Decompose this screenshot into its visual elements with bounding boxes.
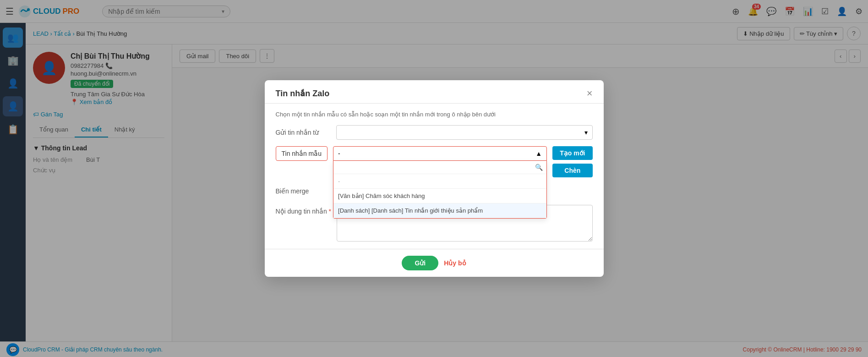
merge-label: Biến merge [276,187,331,195]
modal-overlay[interactable]: Tin nhắn Zalo × Chọn một tin nhắn mẫu có… [0,0,868,357]
zalo-message-modal: Tin nhắn Zalo × Chọn một tin nhắn mẫu có… [265,80,604,277]
content-label: Nội dung tin nhắn * [276,205,332,215]
modal-body: Chọn một tin nhắn mẫu có sẵn hoặc soạn m… [265,104,604,249]
template-section: Tin nhắn mẫu - ▲ 🔍 - [Văn bản] Chăm sóc … [276,146,593,177]
template-dropdown-wrapper: - ▲ 🔍 - [Văn bản] Chăm sóc khách hàng [D… [333,146,547,161]
template-dropdown-list: 🔍 - [Văn bản] Chăm sóc khách hàng [Danh … [333,161,547,219]
send-from-label: Gửi tin nhắn từ [276,129,331,136]
send-from-row: Gửi tin nhắn từ ▾ [276,125,593,140]
create-new-button[interactable]: Tạo mới [552,146,592,160]
dropdown-search-row: 🔍 [333,161,546,174]
modal-title: Tin nhắn Zalo [276,88,330,99]
required-asterisk: * [329,208,331,215]
template-chevron-up-icon: ▲ [535,150,542,157]
dropdown-item-1[interactable]: [Văn bản] Chăm sóc khách hàng [333,189,546,203]
modal-close-button[interactable]: × [587,88,593,99]
send-from-select[interactable]: ▾ [336,125,593,140]
side-buttons: Tạo mới Chèn [552,146,592,177]
template-label-button[interactable]: Tin nhắn mẫu [276,146,328,161]
modal-header: Tin nhắn Zalo × [265,80,604,104]
template-dropdown-top[interactable]: - ▲ [333,146,547,161]
dropdown-item-dash[interactable]: - [333,174,546,189]
template-selected-value: - [338,150,340,157]
modal-subtitle: Chọn một tin nhắn mẫu có sẵn hoặc soạn m… [276,111,593,118]
send-button[interactable]: Gửi [402,256,438,270]
dropdown-search-icon: 🔍 [535,164,543,171]
modal-footer: Gửi Hủy bỏ [265,249,604,277]
insert-button[interactable]: Chèn [552,164,592,177]
send-from-chevron-icon: ▾ [584,129,588,136]
dropdown-item-2[interactable]: [Danh sách] [Danh sách] Tin nhắn giới th… [333,203,546,218]
dropdown-search-input[interactable] [337,164,535,171]
cancel-button[interactable]: Hủy bỏ [444,259,466,267]
